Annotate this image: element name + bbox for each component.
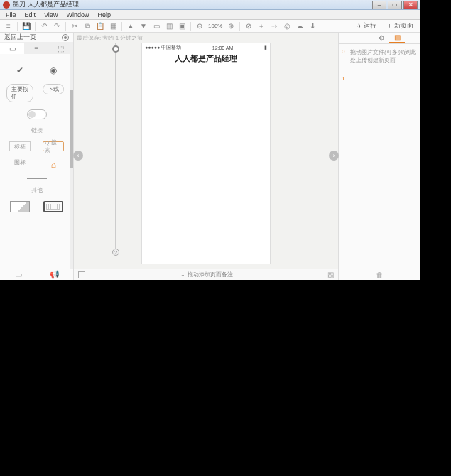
close-button[interactable]: ✕ <box>403 1 418 9</box>
cloud-icon[interactable]: ☁ <box>294 21 305 31</box>
next-page-button[interactable]: › <box>329 151 339 161</box>
slider-knob-top[interactable] <box>112 45 119 53</box>
minimize-button[interactable]: – <box>372 1 386 9</box>
widgets-list: ✔ ◉ 主要按钮 下载 链接 标签 Q 搜索 图标 ⌂ <box>0 54 73 269</box>
widget-search[interactable]: Q 搜索 <box>40 141 67 151</box>
right-tab-settings[interactable]: ⚙ <box>374 33 389 43</box>
menu-window[interactable]: Window <box>62 11 93 18</box>
paste-icon[interactable]: 📋 <box>94 21 106 31</box>
image-icon <box>10 201 30 212</box>
canvas-grid[interactable] <box>148 63 264 258</box>
keyboard-icon <box>43 201 63 212</box>
widgets-tab-layers[interactable]: ≡ <box>24 43 48 54</box>
widget-toggle[interactable] <box>23 109 50 119</box>
group-icon[interactable]: ▣ <box>176 21 188 31</box>
footer-note-label[interactable]: 拖动添加页面备注 <box>188 271 233 278</box>
delete-button[interactable]: 🗑 <box>339 269 420 280</box>
chevron-down-icon[interactable]: ⌄ <box>180 271 185 278</box>
app-logo-icon <box>3 1 10 9</box>
right-tab-pages[interactable]: ▤ <box>389 33 405 43</box>
left-panel: 返回上一页 ▭ ≡ ⬚ ✔ ◉ 主要按钮 下载 链接 <box>0 33 74 280</box>
left-footer-card-icon[interactable]: ▭ <box>0 269 37 280</box>
footer-checkbox[interactable] <box>78 271 85 278</box>
badge-count-1: 1 <box>342 75 344 82</box>
radio-icon: ◉ <box>43 64 64 77</box>
trash-icon: 🗑 <box>376 271 384 279</box>
widget-button-next[interactable]: 下载 <box>40 84 67 102</box>
redo-icon[interactable]: ↷ <box>51 21 63 31</box>
block-icon[interactable]: ⊘ <box>243 21 254 31</box>
widget-home-icon[interactable]: ⌂ <box>40 158 67 171</box>
slider-end-icon[interactable]: ? <box>112 249 119 256</box>
device-frame[interactable]: ●●●●● 中国移动 12:00 AM ▮ 人人都是产品经理 <box>141 43 271 264</box>
plus-icon: ＋ <box>386 21 393 31</box>
record-icon[interactable] <box>62 34 69 41</box>
left-footer-announce-icon[interactable]: 📢 <box>37 269 74 280</box>
cut-icon[interactable]: ✂ <box>69 21 80 31</box>
widget-button-main[interactable]: 主要按钮 <box>6 84 33 102</box>
status-time: 12:00 AM <box>212 45 234 50</box>
back-button[interactable]: 返回上一页 <box>4 33 36 42</box>
titlebar: 墨刀 人人都是产品经理 – ▭ ✕ <box>0 0 420 10</box>
zoom-level[interactable]: 100% <box>207 23 224 29</box>
bring-front-icon[interactable]: ▲ <box>125 21 136 31</box>
save-info: 最后保存: 大约 1 分钟之前 <box>74 33 338 43</box>
send-back-icon[interactable]: ▼ <box>138 21 149 31</box>
zoom-out-icon[interactable]: ⊖ <box>194 21 205 31</box>
run-button[interactable]: ✈运行 <box>352 21 381 31</box>
menu-help[interactable]: Help <box>93 11 115 18</box>
drop-hint: 拖动图片文件(可多张)到此处上传创建新页面 <box>350 48 418 64</box>
menu-file[interactable]: File <box>1 11 21 18</box>
toolbar: ≡ 💾 ↶ ↷ ✂ ⧉ 📋 ▦ ▲ ▼ ▭ ▥ ▣ ⊖ 100% ⊕ ⊘ ＋ ⇢… <box>0 20 420 33</box>
duplicate-icon[interactable]: ▦ <box>107 21 119 31</box>
save-icon[interactable]: 💾 <box>21 21 32 31</box>
add-icon[interactable]: ＋ <box>256 21 267 31</box>
search-box-icon: Q 搜索 <box>43 141 64 151</box>
widget-radio[interactable]: ◉ <box>40 64 67 77</box>
window-title: 墨刀 人人都是产品经理 <box>13 0 372 9</box>
copy-icon[interactable]: ⧉ <box>82 21 93 31</box>
widget-icon-label[interactable]: 图标 <box>6 158 33 171</box>
undo-icon[interactable]: ↶ <box>38 21 50 31</box>
widgets-scrollbar[interactable] <box>70 54 73 269</box>
target-icon[interactable]: ◎ <box>281 21 293 31</box>
widget-tab[interactable]: 标签 <box>6 141 33 151</box>
widget-keyboard[interactable] <box>40 201 67 212</box>
new-page-button[interactable]: ＋新页面 <box>382 21 418 31</box>
menu-edit[interactable]: Edit <box>21 11 40 18</box>
widget-image[interactable] <box>6 201 33 212</box>
zoom-in-icon[interactable]: ⊕ <box>225 21 237 31</box>
widget-line[interactable] <box>23 178 50 179</box>
right-tab-list[interactable]: ☰ <box>405 33 420 43</box>
align-icon[interactable]: ▭ <box>151 21 162 31</box>
toggle-icon <box>27 109 47 119</box>
height-slider[interactable]: ? <box>111 43 121 256</box>
download-icon[interactable]: ⬇ <box>307 21 318 31</box>
status-battery-icon: ▮ <box>264 45 267 50</box>
menu-toggle-icon[interactable]: ≡ <box>3 21 14 31</box>
status-carrier: ●●●●● 中国移动 <box>145 44 181 51</box>
check-icon: ✔ <box>9 64 31 77</box>
maximize-button[interactable]: ▭ <box>388 1 402 9</box>
right-panel: ⚙ ▤ ☰ 0 拖动图片文件(可多张)到此处上传创建新页面 1 🗑 <box>338 33 420 280</box>
footer-image-icon[interactable]: ▨ <box>327 271 334 278</box>
menubar: File Edit View Window Help <box>0 10 420 20</box>
widgets-tab-components[interactable]: ▭ <box>0 43 24 54</box>
section-other: 其他 <box>3 186 70 194</box>
line-icon <box>27 178 47 179</box>
badge-count-0: 0 <box>342 48 344 55</box>
menu-view[interactable]: View <box>40 11 62 18</box>
widgets-tab-assets[interactable]: ⬚ <box>49 43 73 54</box>
run-icon: ✈ <box>357 23 362 30</box>
home-icon: ⌂ <box>43 158 64 171</box>
section-link: 链接 <box>3 126 70 134</box>
distribute-icon[interactable]: ▥ <box>163 21 175 31</box>
widget-check[interactable]: ✔ <box>6 64 33 77</box>
prev-page-button[interactable]: ‹ <box>73 151 83 161</box>
canvas-area: 最后保存: 大约 1 分钟之前 ‹ ? ●●●●● 中国移动 12:00 AM … <box>74 33 338 280</box>
link-icon[interactable]: ⇢ <box>268 21 280 31</box>
